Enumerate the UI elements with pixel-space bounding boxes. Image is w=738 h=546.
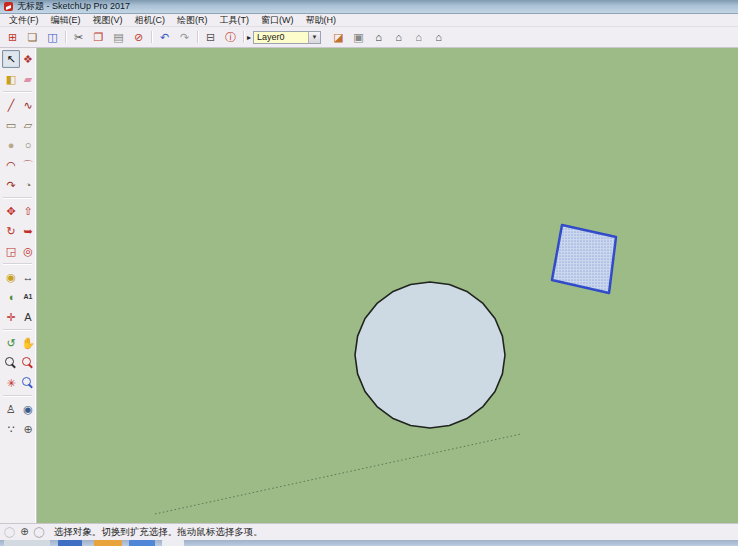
move-tool[interactable]: ✥: [2, 202, 20, 220]
toolbar-separator[interactable]: [149, 30, 154, 44]
menu-tools[interactable]: 工具(T): [214, 14, 256, 26]
select-tool[interactable]: ↖: [2, 50, 20, 68]
taskbar-item[interactable]: [129, 540, 155, 546]
view-front-button[interactable]: ⌂: [369, 29, 388, 46]
eraser-tool[interactable]: ▰: [19, 70, 37, 88]
chevron-down-icon[interactable]: ▼: [308, 32, 320, 43]
view-back-button[interactable]: ⌂: [409, 29, 428, 46]
push-pull-tool[interactable]: ⇧: [19, 202, 37, 220]
statusbar-icons: ◯⊕◯: [4, 524, 45, 540]
view-left-button[interactable]: ⌂: [429, 29, 448, 46]
redo-button[interactable]: ↷: [175, 29, 194, 46]
new-button[interactable]: ⊞: [3, 29, 22, 46]
erase-button[interactable]: ⊘: [129, 29, 148, 46]
menu-bar: 文件(F)编辑(E)视图(V)相机(C)绘图(R)工具(T)窗口(W)帮助(H): [0, 14, 738, 27]
layer-dropdown-value: Layer0: [254, 32, 308, 42]
dimension-tool[interactable]: ↔: [19, 268, 37, 286]
menu-draw[interactable]: 绘图(R): [171, 14, 214, 26]
model-svg[interactable]: [37, 48, 738, 523]
zoom-previous-tool[interactable]: [19, 374, 37, 392]
status-message: 选择对象。切换到扩充选择。拖动鼠标选择多项。: [54, 526, 263, 539]
windows-taskbar[interactable]: [0, 540, 738, 546]
threed-text-tool[interactable]: A: [19, 308, 37, 326]
views-toolbar-group: ◪▣⌂⌂⌂⌂: [329, 29, 448, 46]
zoom-tool[interactable]: [2, 354, 20, 372]
polygon-tool[interactable]: ○: [19, 136, 37, 154]
layers-toolbar-handle[interactable]: ▸: [247, 33, 251, 42]
palette-separator[interactable]: [2, 262, 35, 266]
window-title: 无标题 - SketchUp Pro 2017: [17, 0, 130, 13]
sketchup-window: 无标题 - SketchUp Pro 2017 文件(F)编辑(E)视图(V)相…: [0, 0, 738, 546]
view-top-button[interactable]: ▣: [349, 29, 368, 46]
freehand-tool[interactable]: ∿: [19, 96, 37, 114]
orbit-tool[interactable]: ↺: [2, 334, 20, 352]
rotated-rectangle-tool[interactable]: ▱: [19, 116, 37, 134]
print-button[interactable]: ⊟: [201, 29, 220, 46]
menu-edit[interactable]: 编辑(E): [45, 14, 87, 26]
geolocation-icon[interactable]: ◯: [4, 524, 15, 540]
line-tool[interactable]: ╱: [2, 96, 20, 114]
look-around-tool[interactable]: ◉: [19, 400, 37, 418]
protractor-tool[interactable]: ◖: [2, 288, 20, 306]
palette-separator[interactable]: [2, 196, 35, 200]
arc-tool[interactable]: ◠: [2, 156, 20, 174]
two-point-arc-tool[interactable]: ⌒: [19, 156, 37, 174]
rotate-tool[interactable]: ↻: [2, 222, 20, 240]
pie-tool[interactable]: ◔: [19, 176, 37, 194]
paint-bucket-tool[interactable]: ◧: [2, 70, 20, 88]
standard-toolbar-group: ⊞❏◫✂❐▤⊘↶↷⊟ⓘ: [3, 29, 246, 46]
taskbar-item[interactable]: [58, 540, 82, 546]
menu-window[interactable]: 窗口(W): [255, 14, 300, 26]
toolbar-separator[interactable]: [63, 30, 68, 44]
view-right-button[interactable]: ⌂: [389, 29, 408, 46]
help-icon[interactable]: ◯: [34, 524, 45, 540]
pan-tool[interactable]: ✋: [19, 334, 37, 352]
follow-me-tool[interactable]: ➥: [19, 222, 37, 240]
title-bar[interactable]: 无标题 - SketchUp Pro 2017: [0, 0, 738, 14]
undo-button[interactable]: ↶: [155, 29, 174, 46]
zoom-extents-tool[interactable]: ✳: [2, 374, 20, 392]
walk-tool[interactable]: ∵: [2, 420, 20, 438]
taskbar-item[interactable]: [162, 540, 184, 546]
position-camera-tool[interactable]: ♙: [2, 400, 20, 418]
main-toolbar: ⊞❏◫✂❐▤⊘↶↷⊟ⓘ ▸ Layer0 ▼ ◪▣⌂⌂⌂⌂: [0, 27, 738, 48]
layer-dropdown[interactable]: Layer0 ▼: [253, 31, 321, 44]
palette-separator[interactable]: [2, 328, 35, 332]
offset-tool[interactable]: ◎: [19, 242, 37, 260]
paste-button[interactable]: ▤: [109, 29, 128, 46]
model-info-button[interactable]: ⓘ: [221, 29, 240, 46]
drawing-canvas[interactable]: [37, 48, 738, 523]
taskbar-item[interactable]: [94, 540, 122, 546]
menu-camera[interactable]: 相机(C): [129, 14, 172, 26]
main-area: ↖❖◧▰╱∿▭▱●○◠⌒↷◔✥⇧↻➥◲◎◉↔◖A1✛A↺✋✳♙◉∵⊕: [0, 48, 738, 523]
zoom-window-tool[interactable]: [19, 354, 37, 372]
three-point-arc-tool[interactable]: ↷: [2, 176, 20, 194]
guide-line[interactable]: [155, 434, 521, 514]
save-button[interactable]: ◫: [43, 29, 62, 46]
taskbar-item[interactable]: [4, 540, 50, 546]
large-tool-set: ↖❖◧▰╱∿▭▱●○◠⌒↷◔✥⇧↻➥◲◎◉↔◖A1✛A↺✋✳♙◉∵⊕: [0, 48, 37, 523]
menu-file[interactable]: 文件(F): [3, 14, 45, 26]
cut-button[interactable]: ✂: [69, 29, 88, 46]
tape-measure-tool[interactable]: ◉: [2, 268, 20, 286]
circle-tool[interactable]: ●: [2, 136, 20, 154]
palette-separator[interactable]: [2, 90, 35, 94]
palette-separator[interactable]: [2, 394, 35, 398]
copy-button[interactable]: ❐: [89, 29, 108, 46]
circle-face[interactable]: [355, 282, 505, 428]
menu-help[interactable]: 帮助(H): [300, 14, 343, 26]
toolbar-separator[interactable]: [195, 30, 200, 44]
scale-tool[interactable]: ◲: [2, 242, 20, 260]
rectangle-tool[interactable]: ▭: [2, 116, 20, 134]
toolbar-separator[interactable]: [241, 30, 246, 44]
app-icon: [4, 2, 13, 11]
section-plane-tool[interactable]: ⊕: [19, 420, 37, 438]
menu-view[interactable]: 视图(V): [87, 14, 129, 26]
claim-credit-icon[interactable]: ⊕: [20, 524, 28, 540]
axes-tool[interactable]: ✛: [2, 308, 20, 326]
text-tool[interactable]: A1: [19, 288, 37, 306]
view-iso-button[interactable]: ◪: [329, 29, 348, 46]
open-button[interactable]: ❏: [23, 29, 42, 46]
make-component-tool[interactable]: ❖: [19, 50, 37, 68]
status-bar: ◯⊕◯ 选择对象。切换到扩充选择。拖动鼠标选择多项。: [0, 523, 738, 540]
